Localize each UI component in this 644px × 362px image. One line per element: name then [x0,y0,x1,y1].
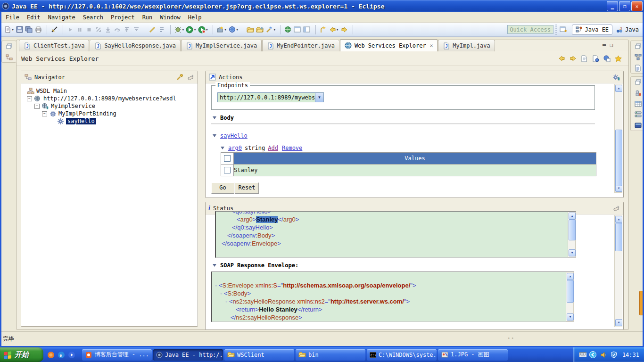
minimize-button[interactable]: ▁ [607,1,618,11]
tree-item-myimplportbinding[interactable]: −MyImplPortBinding [24,110,198,117]
collapse-triangle-icon[interactable] [213,116,216,119]
scroll-up-icon[interactable]: ▲ [615,85,622,92]
forward-button[interactable] [339,25,349,34]
tree-expander-icon[interactable]: − [34,104,40,109]
maximize-view-icon[interactable]: ❏ [610,41,613,48]
add-link[interactable]: Add [268,145,278,151]
restore-button[interactable]: ❐ [619,1,630,11]
tab-close-icon[interactable]: ✕ [430,42,433,49]
menu-window[interactable]: Window [156,13,184,22]
doc-globe-icon[interactable] [592,55,599,62]
project-explorer-icon[interactable] [5,53,13,61]
clear-icon[interactable] [613,205,620,212]
restore-pane-icon[interactable] [634,78,642,86]
taskbar-task-folder[interactable]: bin [296,349,365,361]
menu-help[interactable]: Help [184,13,206,22]
taskbar-task-paint[interactable]: 1.JPG - 画图 [438,349,508,361]
save-button[interactable] [15,25,24,34]
close-button[interactable]: ✕ [631,1,643,11]
pane-b-button[interactable] [302,25,312,34]
open-folder-2-button[interactable] [255,25,264,34]
taskbar-task-web[interactable]: 博客后台管理 - ... [82,349,152,361]
back-icon[interactable] [558,55,565,62]
scroll-down-icon[interactable]: ▼ [569,249,576,256]
volume-icon[interactable] [600,351,607,359]
taskbar-task-eclipse[interactable]: Java EE - http:/... [153,349,223,361]
outline-icon[interactable] [634,64,642,72]
dropdown-caret-icon[interactable]: ▼ [224,28,226,32]
mark-occurrences-button[interactable] [148,25,157,34]
shield-icon[interactable] [610,351,618,359]
debug-button[interactable]: ▼ [173,25,185,34]
globe-button[interactable] [283,25,293,34]
value-cell[interactable]: Stanley [234,165,596,176]
remove-link[interactable]: Remove [282,145,302,151]
go-button[interactable]: Go [211,182,234,194]
perspective-java-ee[interactable]: Java EE [572,25,613,35]
menu-edit[interactable]: Edit [23,13,44,22]
new-wizard-button[interactable]: ▼ [215,25,227,34]
taskbar-task-cmd[interactable]: C:\C:\WINDOWS\syste... [367,349,437,361]
tree-item-myimplservice[interactable]: −MyImplService [24,102,198,110]
dropdown-caret-icon[interactable]: ▼ [182,28,184,32]
tree-expander-icon[interactable]: − [42,111,47,116]
row-checkbox[interactable] [224,167,231,173]
tree-expander-icon[interactable]: − [27,96,32,101]
stop-button[interactable] [84,25,94,34]
start-button[interactable]: 开始 [0,347,43,362]
pane-a-button[interactable] [293,25,302,34]
scroll-thumb[interactable] [615,223,622,251]
wsdl-launch-icon[interactable] [176,74,183,81]
dropdown-caret-icon[interactable]: ▼ [206,28,208,32]
save-all-button[interactable] [24,25,33,34]
sayhello-operation-link[interactable]: sayHello [220,132,248,139]
minimize-view-icon[interactable]: ▬ [603,41,606,48]
taskbar-task-folder[interactable]: WSClient [224,349,294,361]
restore-pane-icon[interactable] [634,42,642,50]
collapse-triangle-icon[interactable] [213,264,216,267]
restore-pane-icon[interactable] [5,42,13,50]
tab-sayhelloresponse-java[interactable]: JSayHelloResponse.java [90,40,181,51]
scroll-thumb[interactable] [567,280,574,303]
combo-dropdown-icon[interactable]: ▼ [315,93,323,102]
search-sphere-button[interactable]: ▼ [227,25,239,34]
scroll-down-icon[interactable]: ▼ [615,319,622,326]
request-scrollbar[interactable]: ▲ ▼ [568,212,576,257]
quick-access-box[interactable]: Quick Access [507,25,553,34]
new-button[interactable]: ▼ [3,25,15,34]
dropdown-caret-icon[interactable]: ▼ [236,28,238,32]
servers-icon[interactable] [634,111,642,118]
run-external-button[interactable]: ▼ [197,25,209,34]
menu-run[interactable]: Run [139,13,157,22]
engine-icon[interactable] [613,74,620,81]
tab-clienttest-java[interactable]: JClientTest.java [19,40,89,51]
perspective-java[interactable]: JJava [612,25,642,34]
run-button[interactable]: ▼ [185,25,197,34]
dropdown-caret-icon[interactable]: ▼ [337,28,339,32]
firefox-icon[interactable] [47,351,55,359]
annotations-icon[interactable] [634,89,642,97]
menu-project[interactable]: Project [107,13,139,22]
reset-button[interactable]: Reset [235,182,259,194]
collapse-triangle-icon[interactable] [213,134,216,137]
back-button[interactable]: ▼ [328,25,339,34]
tree-item-wsdl-main[interactable]: WSDL Main [24,87,198,95]
scroll-thumb[interactable] [569,220,576,240]
menu-search[interactable]: Search [79,13,107,22]
scroll-thumb[interactable] [615,130,622,186]
select-all-checkbox[interactable] [224,155,231,162]
keyboard-icon[interactable] [579,351,586,359]
arg0-link[interactable]: arg0 [228,145,242,151]
scroll-up-icon[interactable]: ▲ [615,216,622,223]
player-icon[interactable] [68,351,75,359]
actions-scrollbar[interactable]: ▲ ▼ [614,84,622,193]
tab-myimplservice-java[interactable]: JMyImplService.java [181,40,262,51]
step-over-button[interactable] [113,25,122,34]
favorite-icon[interactable] [614,55,622,62]
show-whitespace-button[interactable] [157,25,166,34]
wand-button[interactable]: ▼ [264,25,276,34]
tab-myimpl-java[interactable]: JMyImpl.java [438,40,495,51]
open-folder-button[interactable] [246,25,255,34]
tab-myendpointer-java[interactable]: JMyEndPointer.java [262,40,339,51]
console-icon[interactable] [634,122,642,129]
